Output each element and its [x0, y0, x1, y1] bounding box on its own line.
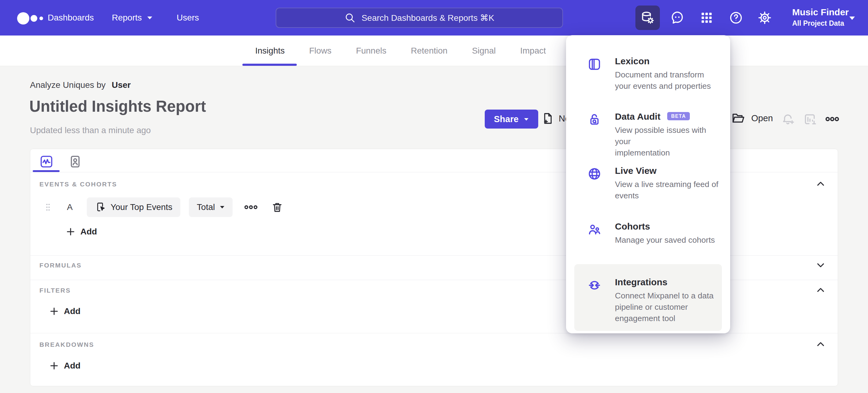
metric-dropdown[interactable]: Total — [189, 197, 232, 217]
data-management-dropdown: Lexicon Document and transform your even… — [566, 35, 730, 333]
trash-icon — [271, 201, 283, 213]
menu-item-title: Data Audit BETA — [615, 111, 722, 122]
active-tab-underline — [242, 64, 297, 66]
more-icon — [244, 203, 258, 211]
section-label-formulas: FORMULAS — [39, 262, 82, 269]
add-to-dashboard-button[interactable] — [803, 113, 817, 126]
data-management-button[interactable] — [636, 5, 660, 30]
gear-icon — [758, 11, 772, 25]
feedback-button[interactable] — [665, 5, 689, 30]
open-report-button[interactable]: Open — [731, 111, 773, 125]
open-folder-icon — [731, 111, 745, 125]
cohorts-people-icon — [587, 223, 601, 246]
nav-link-label: Users — [177, 0, 199, 35]
menu-item-desc: Connect Mixpanel to a data pipeline or c… — [615, 290, 714, 324]
menu-item-cohorts[interactable]: Cohorts Manage your saved cohorts — [587, 221, 722, 246]
menu-item-desc: Manage your saved cohorts — [615, 234, 715, 246]
create-alert-button[interactable] — [781, 113, 795, 126]
tab-impact[interactable]: Impact — [520, 35, 546, 66]
nav-link-label: Dashboards — [48, 0, 94, 35]
tab-signal[interactable]: Signal — [472, 35, 496, 66]
minitab-metrics[interactable] — [39, 155, 54, 169]
metric-value: Total — [197, 202, 215, 212]
help-icon — [729, 11, 743, 25]
menu-item-integrations[interactable]: Integrations Connect Mixpanel to a data … — [587, 276, 722, 324]
menu-item-live-view[interactable]: Live View View a live streaming feed of … — [587, 165, 722, 201]
project-selector[interactable]: Music Finder All Project Data — [792, 6, 849, 28]
add-label: Add — [81, 227, 97, 236]
updated-timestamp: Updated less than a minute ago — [30, 125, 151, 135]
event-name: Your Top Events — [111, 202, 173, 212]
nav-link-dashboards[interactable]: Dashboards — [48, 0, 94, 35]
event-row-a: A Your Top Events Total — [45, 197, 283, 217]
section-label-breakdowns: BREAKDOWNS — [39, 341, 94, 348]
plus-icon — [66, 227, 75, 236]
menu-item-title: Live View — [615, 165, 718, 177]
more-options-button[interactable] — [825, 115, 839, 123]
menu-item-data-audit[interactable]: Data Audit BETA View possible issues wit… — [587, 111, 722, 159]
nav-link-reports[interactable]: Reports — [112, 0, 153, 35]
menu-item-title: Cohorts — [615, 221, 715, 232]
page-title: Untitled Insights Report — [29, 97, 206, 115]
tab-insights[interactable]: Insights — [255, 35, 285, 66]
add-label: Add — [64, 361, 81, 371]
menu-item-title: Lexicon — [615, 55, 711, 67]
feedback-bubble-icon — [670, 11, 684, 25]
bell-plus-icon — [781, 113, 795, 126]
data-audit-lock-icon — [587, 113, 601, 159]
project-scope: All Project Data — [792, 18, 849, 28]
analyze-uniques-row: Analyze Uniques byUser — [30, 80, 131, 90]
collapse-breakdowns-chevron-up-icon[interactable] — [816, 339, 826, 349]
apps-grid-icon — [700, 11, 713, 25]
open-label: Open — [751, 113, 773, 123]
menu-item-lexicon[interactable]: Lexicon Document and transform your even… — [587, 55, 722, 92]
menu-item-title: Integrations — [615, 276, 714, 288]
data-management-icon — [641, 11, 655, 25]
help-button[interactable] — [724, 5, 748, 30]
menu-item-desc: View a live streaming feed of events — [615, 179, 718, 201]
drag-handle[interactable] — [45, 203, 51, 211]
project-caret-down-icon[interactable] — [848, 16, 856, 20]
section-label-filters: FILTERS — [39, 287, 71, 294]
add-breakdown-button[interactable]: Add — [50, 361, 81, 371]
add-filter-button[interactable]: Add — [50, 306, 81, 316]
search-icon — [344, 12, 355, 23]
section-label-events: EVENTS & COHORTS — [39, 180, 117, 188]
caret-down-icon — [220, 206, 225, 209]
minitab-profiles[interactable] — [68, 155, 82, 169]
tab-funnels[interactable]: Funnels — [356, 35, 386, 66]
event-row-more-button[interactable] — [244, 203, 258, 211]
beta-badge: BETA — [667, 112, 690, 120]
share-button[interactable]: Share — [485, 110, 538, 129]
nav-link-users[interactable]: Users — [177, 0, 199, 35]
caret-down-icon — [147, 16, 153, 20]
plus-icon — [50, 362, 58, 370]
plus-icon — [50, 307, 58, 315]
profile-card-icon — [68, 155, 82, 169]
new-report-icon — [541, 112, 554, 125]
series-letter: A — [67, 202, 73, 212]
delete-event-button[interactable] — [271, 201, 283, 213]
report-tab-strip: Insights Flows Funnels Retention Signal … — [0, 35, 868, 66]
nav-link-label: Reports — [112, 0, 142, 35]
add-event-button[interactable]: Add — [66, 227, 97, 236]
search-input[interactable]: Search Dashboards & Reports ⌘K — [276, 8, 563, 28]
search-placeholder: Search Dashboards & Reports ⌘K — [362, 13, 494, 23]
event-icon — [95, 202, 106, 213]
live-view-globe-icon — [587, 167, 601, 201]
collapse-events-chevron-up-icon[interactable] — [816, 179, 826, 189]
mixpanel-logo-icon[interactable] — [17, 11, 45, 25]
tab-flows[interactable]: Flows — [309, 35, 332, 66]
analyze-entity-dropdown[interactable]: User — [112, 80, 130, 90]
apps-grid-button[interactable] — [694, 5, 719, 30]
expand-formulas-chevron-down-icon[interactable] — [816, 260, 826, 270]
event-picker-button[interactable]: Your Top Events — [87, 197, 180, 217]
menu-item-desc: View possible issues with your implement… — [615, 124, 722, 159]
settings-button[interactable] — [752, 5, 777, 30]
tab-retention[interactable]: Retention — [411, 35, 447, 66]
top-navigation-bar: Dashboards Reports Users Search Dashboar… — [0, 0, 868, 35]
insights-pulse-icon — [39, 155, 54, 169]
add-chart-icon — [803, 113, 817, 126]
share-label: Share — [494, 114, 519, 124]
collapse-filters-chevron-up-icon[interactable] — [816, 285, 826, 295]
